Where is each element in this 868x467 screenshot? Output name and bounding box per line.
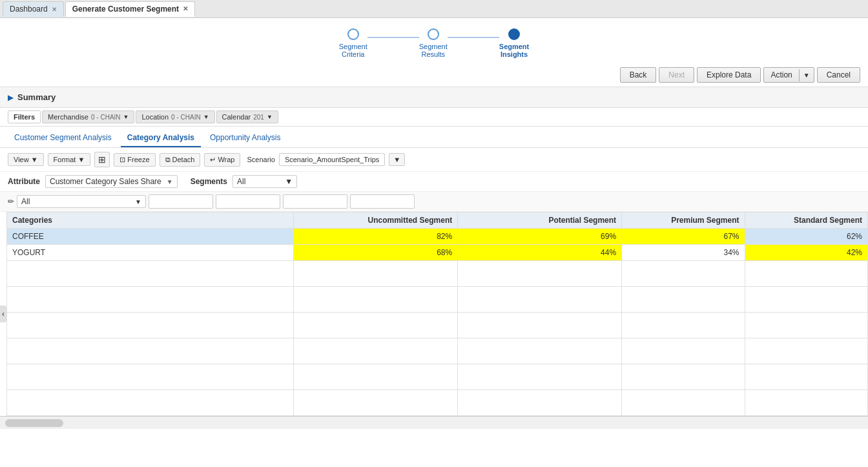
cell-standard-yogurt: 42% [745,245,867,261]
grid-icon: ⊞ [98,154,106,165]
filter-tab-location-badge: 0 - CHAIN [171,114,201,121]
table-container: ‹ Categories Uncommitted Segment Potenti… [0,212,868,416]
format-label: Format [54,156,76,163]
back-button[interactable]: Back [620,67,657,83]
wizard-label-insights: SegmentInsights [499,43,529,58]
col-header-uncommitted: Uncommitted Segment [294,213,458,229]
table-row: COFFEE 82% 69% 67% 62% [7,229,868,245]
filter-tab-location[interactable]: Location 0 - CHAIN ▼ [136,110,214,123]
wizard-step-criteria[interactable]: SegmentCriteria [339,28,367,58]
col-header-standard: Standard Segment [745,213,867,229]
filter-tab-calendar-label: Calendar [222,113,251,121]
tab-category-analysis[interactable]: Category Analysis [121,130,201,147]
cell-premium-coffee: 67% [622,229,745,245]
scenario-label: Scenario [247,156,274,163]
wrap-label: Wrap [218,156,234,163]
freeze-label: Freeze [127,156,149,163]
filter-input-1[interactable] [149,194,213,209]
next-button[interactable]: Next [659,67,694,83]
table-row-empty [7,287,868,313]
action-button-group: Action ▼ [763,67,814,83]
cell-premium-yogurt: 34% [622,245,745,261]
wizard-label-results: SegmentResults [419,43,448,58]
detach-button[interactable]: ⧉ Detach [160,153,201,167]
explore-data-button[interactable]: Explore Data [697,67,761,83]
filter-all-arrow: ▼ [135,198,141,205]
tab-generate-customer-segment[interactable]: Generate Customer Segment ✕ [65,1,195,17]
filter-tab-calendar-badge: 201 [253,114,264,121]
segments-select-arrow: ▼ [285,177,293,186]
wizard-step-insights[interactable]: SegmentInsights [499,28,529,58]
cell-potential-coffee: 69% [458,229,622,245]
attribute-select-arrow: ▼ [167,178,173,185]
cell-potential-yogurt: 44% [458,245,622,261]
table-row-empty [7,390,868,416]
freeze-button[interactable]: ⊡ Freeze [114,153,155,167]
cell-category-yogurt: YOGURT [7,245,294,261]
cell-uncommitted-coffee: 82% [294,229,458,245]
summary-section[interactable]: ▶ Summary [0,87,868,108]
wizard-line-1 [367,37,419,38]
wizard-step-results[interactable]: SegmentResults [419,28,448,58]
tab-generate-close[interactable]: ✕ [183,5,188,12]
cancel-button[interactable]: Cancel [817,67,860,83]
filter-tab-calendar-arrow: ▼ [267,114,273,120]
tab-customer-segment-analysis[interactable]: Customer Segment Analysis [8,130,118,147]
tab-opportunity-label: Opportunity Analysis [210,133,280,142]
tab-customer-segment-label: Customer Segment Analysis [14,133,112,142]
view-button[interactable]: View ▼ [8,153,44,166]
horizontal-scrollbar[interactable] [5,419,63,427]
filter-pencil-icon[interactable]: ✏ [8,197,14,206]
attribute-select[interactable]: Customer Category Sales Share ▼ [45,175,178,188]
scenario-dropdown-button[interactable]: ▼ [389,153,405,166]
freeze-icon: ⊡ [119,156,125,164]
cell-standard-coffee: 62% [745,229,867,245]
detach-label: Detach [172,156,195,163]
format-dropdown-icon: ▼ [78,156,85,163]
format-button[interactable]: Format ▼ [48,153,91,166]
wizard-label-criteria: SegmentCriteria [339,43,367,58]
tab-opportunity-analysis[interactable]: Opportunity Analysis [203,130,287,147]
filter-tab-merchandise-arrow: ▼ [123,114,129,120]
tab-generate-label: Generate Customer Segment [72,5,179,14]
filter-tab-merchandise-label: Merchandise [48,113,88,121]
col-header-premium: Premium Segment [622,213,745,229]
filter-row: ✏ All ▼ [0,192,868,212]
filter-tabs: Filters Merchandise 0 - CHAIN ▼ Location… [0,108,868,127]
filter-input-2[interactable] [216,194,280,209]
filter-tab-merchandise-badge: 0 - CHAIN [91,114,121,121]
wrap-button[interactable]: ↵ Wrap [204,153,240,167]
filter-tab-filters[interactable]: Filters [8,110,41,123]
grid-icon-button[interactable]: ⊞ [94,152,110,167]
tab-dashboard-close[interactable]: ✕ [52,6,57,13]
bottom-bar [0,416,868,429]
filter-all-select[interactable]: All ▼ [17,195,146,208]
left-expand-arrow[interactable]: ‹ [0,306,6,322]
col-header-categories: Categories [7,213,294,229]
toolbar: View ▼ Format ▼ ⊞ ⊡ Freeze ⧉ Detach ↵ Wr… [0,148,868,172]
filter-tab-merchandise[interactable]: Merchandise 0 - CHAIN ▼ [42,110,134,123]
filter-input-4[interactable] [350,194,415,209]
view-label: View [14,156,29,163]
tabs-bar: Dashboard ✕ Generate Customer Segment ✕ [0,0,868,18]
action-bar: Back Next Explore Data Action ▼ Cancel [0,63,868,87]
view-dropdown-icon: ▼ [31,156,38,163]
cell-uncommitted-yogurt: 68% [294,245,458,261]
table-header-row: Categories Uncommitted Segment Potential… [7,213,868,229]
filter-tab-filters-label: Filters [14,113,35,121]
tab-dashboard[interactable]: Dashboard ✕ [3,1,64,17]
action-dropdown-arrow[interactable]: ▼ [799,69,814,81]
summary-toggle-icon: ▶ [8,93,14,102]
wizard-circle-results [428,28,439,40]
tab-dashboard-label: Dashboard [10,5,48,14]
wizard-circle-criteria [347,28,359,40]
table-row-empty [7,313,868,338]
segments-select[interactable]: All ▼ [232,175,297,188]
wizard-circle-insights [508,28,520,40]
filter-all-value: All [21,197,30,206]
filter-input-3[interactable] [283,194,347,209]
attribute-label: Attribute [8,177,40,186]
filter-tab-calendar[interactable]: Calendar 201 ▼ [216,110,278,123]
detach-icon: ⧉ [165,156,170,164]
action-button-label[interactable]: Action [764,68,798,82]
